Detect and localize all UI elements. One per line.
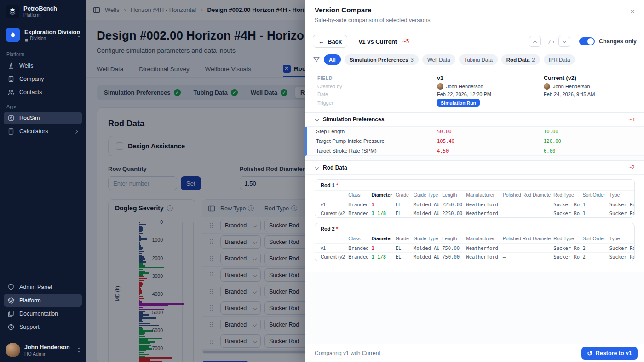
docs-icon xyxy=(7,310,15,317)
sidebar-item-calculators[interactable]: Calculators xyxy=(4,125,82,138)
cell-value: Molded AU xyxy=(411,244,439,253)
filter-pill-label: IPR Data xyxy=(549,57,570,62)
prev-change-button[interactable] xyxy=(529,36,541,47)
required-asterisk: * xyxy=(336,226,338,232)
nav-section-label: Apps xyxy=(0,99,86,111)
cell-value: 2250.00 xyxy=(439,200,463,209)
column-header: Polished Rod Diameter xyxy=(500,191,551,200)
cell-value: 1 1/8 xyxy=(368,253,392,261)
version-label: Current (v2) xyxy=(315,209,345,218)
required-asterisk: * xyxy=(336,182,338,188)
rod-compare-table: ClassDiameterGradeGuide TypeLengthManufa… xyxy=(315,234,634,261)
sidebar-item-label: Support xyxy=(19,324,40,330)
close-icon[interactable]: ✕ xyxy=(627,6,638,17)
cell-value: Sucker Rod xyxy=(551,209,580,218)
filter-pill-label: Simulation Preferences xyxy=(350,57,408,62)
meta-row-label: Trigger xyxy=(317,100,437,106)
filter-icon xyxy=(313,56,320,63)
sidebar-item-label: Documentation xyxy=(19,311,58,317)
sidebar-item-label: Admin Panel xyxy=(19,284,52,290)
cell-value: 2250.00 xyxy=(439,209,463,218)
cell-value: 1 xyxy=(580,209,606,218)
sidebar-item-company[interactable]: Company xyxy=(4,73,82,85)
trigger-badge: Simulation Run xyxy=(437,99,480,107)
sidebar-item-wells[interactable]: Wells xyxy=(4,59,82,72)
section-header[interactable]: Simulation Preferences ~3 xyxy=(305,113,644,127)
simulation-preferences-section: Simulation Preferences ~3 Step Length50.… xyxy=(305,113,644,156)
meta-row-value: Simulation Run xyxy=(437,99,544,107)
meta-row-label: Date xyxy=(317,91,437,97)
column-header: Polished Rod Diameter xyxy=(500,234,551,244)
back-button[interactable]: ← Back xyxy=(313,35,347,48)
cell-value: Weatherford xyxy=(463,244,500,253)
column-header: Sort Order xyxy=(580,191,606,200)
cell-value: Molded AU xyxy=(411,253,439,261)
sidebar-item-label: RodSim xyxy=(19,115,40,121)
column-header: Rod Type xyxy=(551,234,580,244)
meta-row-value: Feb 22, 2026, 12:20 PM xyxy=(437,91,544,97)
sidebar-item-documentation[interactable]: Documentation xyxy=(4,307,82,320)
sidebar: PetroBench Platform Exploration Division… xyxy=(0,0,86,362)
cell-value: Branded xyxy=(345,209,368,218)
cell-value: EL xyxy=(393,244,411,253)
org-switcher[interactable]: Exploration Division Division xyxy=(0,23,86,47)
org-name: Exploration Division xyxy=(24,29,80,36)
filter-pill-label: Tubing Data xyxy=(464,57,493,62)
sidebar-item-contacts[interactable]: Contacts xyxy=(4,86,82,99)
brand-name: PetroBench xyxy=(23,6,57,12)
restore-button[interactable]: ↺ Restore to v1 xyxy=(581,347,638,360)
table-row: v1Branded1ELMolded AU750.00Weatherford–S… xyxy=(315,244,634,253)
old-value: 4.50 xyxy=(437,148,544,153)
cell-value: 1 1/8 xyxy=(368,209,392,218)
sidebar-item-label: Platform xyxy=(19,297,41,304)
org-sub: Division xyxy=(24,36,80,41)
column-header: Type xyxy=(607,234,634,244)
filter-pill-simulation-preferences[interactable]: Simulation Preferences3 xyxy=(345,54,419,65)
filter-pill-count: 2 xyxy=(532,57,535,62)
new-value: 120.00 xyxy=(544,138,644,144)
column-header: Type xyxy=(607,191,634,200)
brand: PetroBench Platform xyxy=(0,0,86,23)
version-label: Current (v2) xyxy=(315,253,345,261)
change-row: Target Pump Intake Pressure105.40120.00 xyxy=(305,136,644,146)
meta-row-value: John Henderson xyxy=(437,83,544,90)
cell-value: 1 xyxy=(368,244,392,253)
sidebar-item-support[interactable]: Support xyxy=(4,321,82,334)
modal-dim-overlay[interactable] xyxy=(86,0,305,362)
filter-pill-tubing-data[interactable]: Tubing Data xyxy=(459,54,498,65)
changes-only-label: Changes only xyxy=(599,38,637,45)
column-header: Grade xyxy=(393,191,411,200)
sidebar-item-label: Calculators xyxy=(19,128,48,135)
rod-card-title: Rod 1 * xyxy=(315,180,634,190)
column-header: Guide Type xyxy=(411,191,439,200)
cell-value: Molded AU xyxy=(411,200,439,209)
section-header[interactable]: Rod Data ~2 xyxy=(305,160,644,175)
sidebar-item-platform[interactable]: Platform xyxy=(4,294,82,307)
sidebar-item-admin-panel[interactable]: Admin Panel xyxy=(4,281,82,294)
meta-row-value: Feb 24, 2026, 9:45 AM xyxy=(544,91,644,97)
field-column-header: FIELD xyxy=(317,75,437,81)
meta-row-label: Created by xyxy=(317,84,437,89)
cell-value: Sucker Rod xyxy=(551,200,580,209)
filter-pill-ipr-data[interactable]: IPR Data xyxy=(544,54,575,65)
filter-pill-rod-data[interactable]: Rod Data2 xyxy=(501,54,540,65)
column-header: Length xyxy=(439,234,463,244)
rod-compare-card: Rod 1 *ClassDiameterGradeGuide TypeLengt… xyxy=(315,179,635,218)
user-menu[interactable]: John Henderson HQ Admin xyxy=(0,338,86,362)
filter-pill-all[interactable]: All xyxy=(324,54,341,65)
changes-only-toggle[interactable] xyxy=(579,37,595,45)
layers-icon xyxy=(7,297,15,304)
column-header: Class xyxy=(345,191,368,200)
rodsim-icon xyxy=(7,114,15,122)
compare-toolbar: ← Back v1 vs Current ~5 -/5 Changes only xyxy=(305,29,644,53)
filter-pill-label: All xyxy=(329,57,336,62)
cell-value: Sucker Rod xyxy=(607,200,634,209)
new-value: 10.00 xyxy=(544,129,644,134)
column-header: Guide Type xyxy=(411,234,439,244)
filter-pill-well-data[interactable]: Well Data xyxy=(422,54,455,65)
next-change-button[interactable] xyxy=(558,36,570,47)
sidebar-nav: PlatformWellsCompanyContactsAppsRodSimCa… xyxy=(0,47,86,138)
brand-sub: Platform xyxy=(23,12,57,17)
sidebar-item-rodsim[interactable]: RodSim xyxy=(4,112,82,124)
petrobench-logo-icon xyxy=(6,5,19,18)
